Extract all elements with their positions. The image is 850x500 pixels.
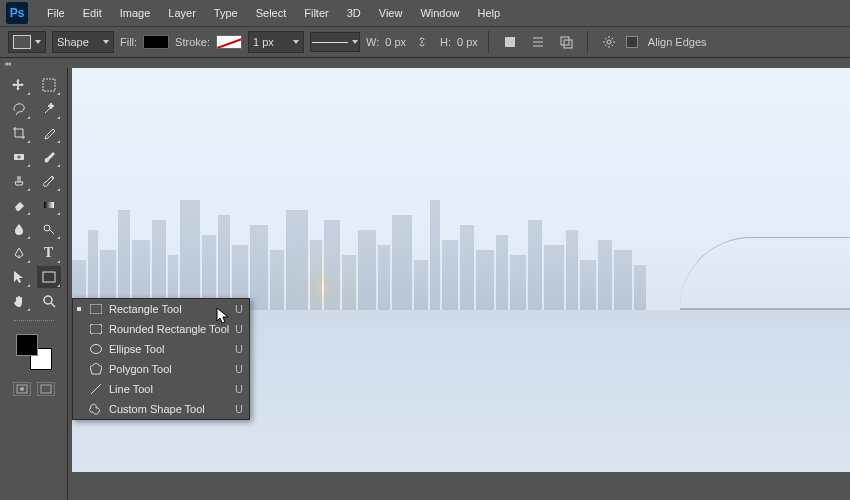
flyout-item-shortcut: U: [235, 323, 243, 335]
menu-3d[interactable]: 3D: [338, 3, 370, 23]
stroke-swatch[interactable]: [216, 35, 242, 49]
pen-tool[interactable]: [7, 242, 31, 264]
menu-file[interactable]: File: [38, 3, 74, 23]
toolbar-collapse-handle[interactable]: ◂◂: [0, 58, 14, 68]
flyout-ellipse-tool[interactable]: Ellipse Tool U: [73, 339, 249, 359]
flyout-item-label: Line Tool: [109, 383, 235, 395]
options-bar: Shape Fill: Stroke: 1 px W: 0 px H: 0 px…: [0, 26, 850, 58]
stroke-width-input[interactable]: 1 px: [248, 31, 304, 53]
magic-wand-tool[interactable]: [37, 98, 61, 120]
eyedropper-tool[interactable]: [37, 122, 61, 144]
svg-rect-8: [43, 272, 55, 282]
flyout-item-shortcut: U: [235, 363, 243, 375]
width-label: W:: [366, 36, 379, 48]
screen-mode-button[interactable]: [37, 382, 55, 396]
mouse-cursor: [216, 307, 230, 325]
move-tool[interactable]: [7, 74, 31, 96]
path-operations-button[interactable]: [499, 32, 521, 52]
path-arrangement-button[interactable]: [555, 32, 577, 52]
app-logo: Ps: [6, 2, 28, 24]
custom-shape-icon: [89, 403, 103, 415]
crop-tool[interactable]: [7, 122, 31, 144]
height-value: 0 px: [457, 36, 478, 48]
flyout-item-label: Ellipse Tool: [109, 343, 235, 355]
shape-mode-dropdown[interactable]: Shape: [52, 31, 114, 53]
svg-rect-4: [43, 79, 55, 91]
flyout-item-label: Polygon Tool: [109, 363, 235, 375]
chevron-down-icon: [35, 40, 41, 44]
flyout-item-shortcut: U: [235, 383, 243, 395]
svg-rect-12: [41, 385, 51, 393]
flyout-custom-shape-tool[interactable]: Custom Shape Tool U: [73, 399, 249, 419]
height-label: H:: [440, 36, 451, 48]
flyout-line-tool[interactable]: Line Tool U: [73, 379, 249, 399]
foreground-color-swatch[interactable]: [16, 334, 38, 356]
width-value: 0 px: [385, 36, 406, 48]
zoom-tool[interactable]: [37, 290, 61, 312]
flyout-polygon-tool[interactable]: Polygon Tool U: [73, 359, 249, 379]
align-edges-label: Align Edges: [648, 36, 707, 48]
svg-rect-6: [44, 202, 54, 208]
chevron-down-icon: [103, 40, 109, 44]
stroke-style-dropdown[interactable]: [310, 32, 360, 52]
svg-rect-1: [561, 37, 569, 45]
gradient-tool[interactable]: [37, 194, 61, 216]
svg-rect-0: [505, 37, 515, 47]
svg-rect-14: [90, 324, 102, 334]
svg-point-11: [20, 387, 24, 391]
menu-select[interactable]: Select: [247, 3, 296, 23]
healing-brush-tool[interactable]: [7, 146, 31, 168]
menu-bar: Ps File Edit Image Layer Type Select Fil…: [0, 0, 850, 26]
color-swatches[interactable]: [16, 334, 52, 370]
gear-icon[interactable]: [598, 32, 620, 52]
separator: [587, 31, 588, 53]
lasso-tool[interactable]: [7, 98, 31, 120]
polygon-icon: [89, 363, 103, 375]
fill-label: Fill:: [120, 36, 137, 48]
menu-view[interactable]: View: [370, 3, 412, 23]
history-brush-tool[interactable]: [37, 170, 61, 192]
menu-type[interactable]: Type: [205, 3, 247, 23]
eraser-tool[interactable]: [7, 194, 31, 216]
quick-mask-button[interactable]: [13, 382, 31, 396]
svg-point-7: [44, 225, 50, 231]
fill-swatch[interactable]: [143, 35, 169, 49]
menu-edit[interactable]: Edit: [74, 3, 111, 23]
menu-image[interactable]: Image: [111, 3, 160, 23]
chevron-down-icon: [293, 40, 299, 44]
tools-panel: T: [0, 68, 68, 500]
blur-tool[interactable]: [7, 218, 31, 240]
canvas-content: [680, 190, 850, 310]
svg-point-15: [91, 345, 102, 354]
toolbar-divider: [14, 320, 54, 324]
line-icon: [89, 383, 103, 395]
shape-mode-label: Shape: [57, 36, 89, 48]
svg-point-9: [44, 296, 52, 304]
menu-window[interactable]: Window: [411, 3, 468, 23]
rectangle-tool[interactable]: [37, 266, 61, 288]
hand-tool[interactable]: [7, 290, 31, 312]
menu-filter[interactable]: Filter: [295, 3, 337, 23]
menu-layer[interactable]: Layer: [159, 3, 205, 23]
ellipse-icon: [89, 343, 103, 355]
rectangle-icon: [89, 303, 103, 315]
svg-point-3: [607, 40, 611, 44]
menu-help[interactable]: Help: [469, 3, 510, 23]
flyout-item-shortcut: U: [235, 343, 243, 355]
separator: [488, 31, 489, 53]
tool-preset-picker[interactable]: [8, 31, 46, 53]
marquee-tool[interactable]: [37, 74, 61, 96]
dodge-tool[interactable]: [37, 218, 61, 240]
stroke-label: Stroke:: [175, 36, 210, 48]
svg-rect-2: [564, 40, 572, 48]
type-tool[interactable]: T: [37, 242, 61, 264]
path-selection-tool[interactable]: [7, 266, 31, 288]
clone-stamp-tool[interactable]: [7, 170, 31, 192]
align-edges-checkbox[interactable]: [626, 36, 638, 48]
rounded-rectangle-icon: [89, 323, 103, 335]
chevron-down-icon: [352, 40, 358, 44]
svg-rect-13: [90, 304, 102, 314]
link-wh-button[interactable]: [412, 32, 434, 52]
brush-tool[interactable]: [37, 146, 61, 168]
path-alignment-button[interactable]: [527, 32, 549, 52]
